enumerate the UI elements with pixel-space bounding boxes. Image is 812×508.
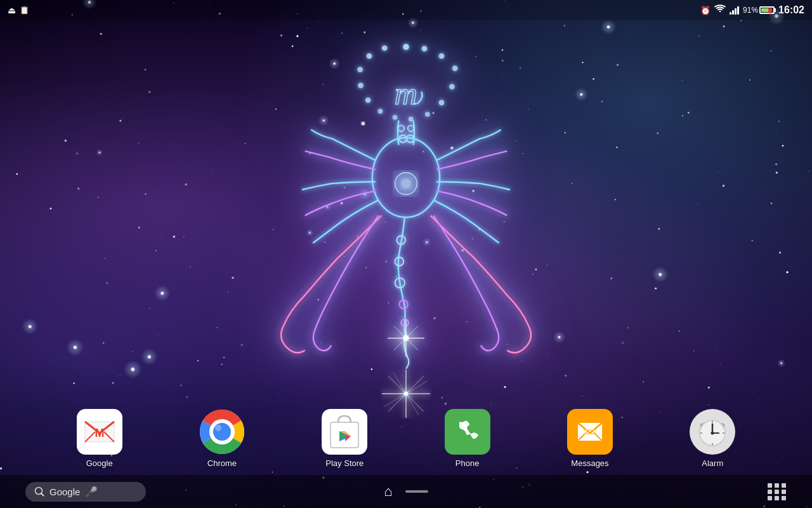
svg-point-38 [403,335,409,342]
status-left: ⏏ 📋 [8,5,29,15]
status-time: 16:02 [778,4,804,16]
alarm-label: Alarm [702,458,723,468]
messages-label: Messages [571,458,608,468]
app-messages[interactable]: Messages [558,409,622,468]
messages-icon [567,409,613,455]
app-google[interactable]: M Google [68,409,131,468]
svg-point-40 [450,147,454,150]
google-icon: M [77,409,122,455]
app-grid-button[interactable] [768,483,787,500]
google-label: Google [86,458,113,468]
wifi-status-icon [714,4,726,16]
google-search-bar[interactable]: Google 🎤 [25,482,146,502]
svg-text:m: m [395,76,417,111]
app-playstore[interactable]: Play Store [313,409,376,468]
phone-icon [445,409,490,455]
app-chrome[interactable]: Chrome [190,409,254,468]
svg-point-41 [341,202,343,204]
svg-point-8 [409,117,414,122]
status-right: ⏰ 91% [700,4,804,16]
status-bar: ⏏ 📋 ⏰ 91% [0,0,812,20]
alarm-status-icon: ⏰ [700,6,710,15]
app-alarm[interactable]: Alarm [681,409,744,468]
home-button[interactable]: ⌂ [384,483,392,500]
svg-point-1 [403,44,409,50]
nav-right [660,483,787,500]
svg-point-13 [357,67,363,72]
svg-point-18 [408,125,414,131]
scorpio-illustration: .neon-blue { stroke: #88ddff; fill: none… [241,25,571,381]
svg-point-9 [393,115,398,120]
battery-indicator: 91% [743,6,775,15]
svg-point-4 [452,65,458,71]
svg-point-3 [439,53,445,59]
search-label: Google [49,486,80,497]
usb-icon: ⏏ [8,5,16,15]
nav-center: ⌂ [384,483,428,500]
nav-left: Google 🎤 [25,482,152,502]
playstore-icon [322,409,367,455]
sim-icon: 📋 [20,6,29,15]
svg-point-7 [425,112,430,117]
svg-point-42 [472,190,475,192]
svg-point-60 [213,423,231,441]
playstore-label: Play Store [325,458,363,468]
battery-percent: 91% [743,6,758,15]
app-phone[interactable]: Phone [436,409,499,468]
svg-line-82 [41,493,44,496]
svg-point-39 [362,122,365,126]
svg-text:M: M [95,427,104,439]
chrome-icon [199,409,245,455]
svg-point-11 [365,97,371,103]
signal-bars [730,6,739,15]
page-indicator [405,490,428,493]
phone-label: Phone [455,458,480,468]
svg-point-17 [398,125,404,131]
svg-point-6 [439,100,445,105]
nav-bar: Google 🎤 ⌂ [0,475,812,508]
mic-icon[interactable]: 🎤 [85,486,98,498]
svg-point-12 [358,83,363,88]
svg-point-10 [378,109,383,114]
svg-point-15 [382,45,388,51]
app-dock: M Google [0,403,812,473]
svg-point-14 [367,53,372,59]
svg-point-75 [711,431,714,434]
chrome-label: Chrome [207,458,237,468]
svg-point-61 [215,425,221,431]
google-g-logo [34,486,44,497]
svg-point-2 [422,46,428,51]
svg-point-28 [401,178,410,188]
svg-point-5 [449,84,455,90]
alarm-icon [690,409,735,455]
